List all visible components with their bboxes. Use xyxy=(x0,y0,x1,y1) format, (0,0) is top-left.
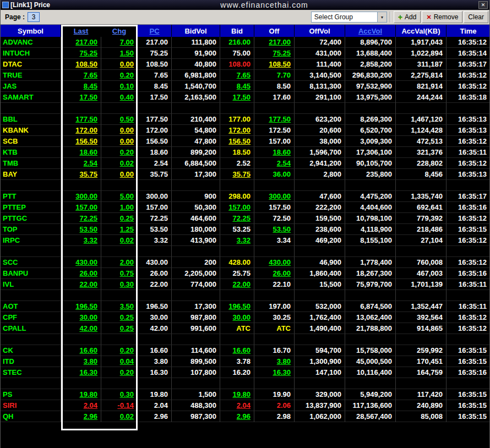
cell-chg: 0.00 xyxy=(101,125,138,136)
empty-cell xyxy=(254,103,295,114)
cell-symbol: PTTEP xyxy=(1,202,61,213)
group-select[interactable]: Select Group ▼ xyxy=(311,12,387,23)
cell-time: 16:35:12 xyxy=(447,81,490,92)
toolbar-separator xyxy=(390,12,391,23)
remove-button[interactable]: ✕ Remove xyxy=(422,11,462,23)
cell-last: 17.50 xyxy=(61,92,101,103)
empty-cell xyxy=(138,290,172,301)
cell-symbol: SCB xyxy=(1,136,61,147)
titlebar: [Link1] Price www.efinancethai.com ✕ xyxy=(1,0,489,10)
cell-accvol: 75,979,700 xyxy=(345,279,396,290)
table-row[interactable]: INTUCH75.251.5075.2591,90075.0075.25431,… xyxy=(1,48,489,59)
table-row[interactable]: BBL177.500.50177.50210,400177.00177.5062… xyxy=(1,114,489,125)
clear-button-label: Clear xyxy=(468,13,484,21)
table-row[interactable]: SAMART17.500.4017.502,163,50017.5017.602… xyxy=(1,92,489,103)
table-row[interactable]: KTB18.600.2018.60899,20018.5018.601,596,… xyxy=(1,147,489,158)
table-row[interactable]: PTTEP157.001.00157.0050,300157.00157.502… xyxy=(1,202,489,213)
column-header-off[interactable]: Off xyxy=(254,25,295,37)
table-row[interactable]: AOT196.503.50196.5017,300196.50197.00532… xyxy=(1,301,489,312)
table-row[interactable]: SIRI2.04-0.142.04488,3002.042.0613,837,9… xyxy=(1,400,489,411)
column-header-accval[interactable]: AccVal(KB) xyxy=(396,25,447,37)
cell-chg: 0.50 xyxy=(101,114,138,125)
cell-symbol: BBL xyxy=(1,114,61,125)
cell-time: 16:35:11 xyxy=(447,279,490,290)
table-row[interactable]: STEC16.300.2016.30107,80016.2016.30147,1… xyxy=(1,367,489,378)
table-row[interactable]: TOP53.501.2553.50180,00053.2553.50238,60… xyxy=(1,224,489,235)
table-row[interactable]: CPALL42.000.2542.00991,600ATCATC1,490,40… xyxy=(1,323,489,334)
column-header-bidvol[interactable]: BidVol xyxy=(172,25,220,37)
column-header-chg[interactable]: Chg xyxy=(101,25,138,37)
cell-offvol: 47,600 xyxy=(295,191,345,202)
empty-cell xyxy=(172,180,220,191)
table-row[interactable]: CPF30.000.2530.00987,80030.0030.251,762,… xyxy=(1,312,489,323)
table-row[interactable]: IVL22.000.3022.00774,00022.0022.1015,500… xyxy=(1,279,489,290)
table-row[interactable]: JAS8.450.108.451,540,7008.458.508,131,30… xyxy=(1,81,489,92)
cell-bidvol: 488,300 xyxy=(172,400,220,411)
table-row[interactable]: BAY35.750.0035.7517,30035.7536.002,80023… xyxy=(1,169,489,180)
table-row[interactable]: BANPU26.000.7526.002,205,00025.7526.001,… xyxy=(1,268,489,279)
clear-button[interactable]: Clear xyxy=(464,11,488,23)
cell-last: 22.00 xyxy=(61,279,101,290)
cell-bidvol: 2,205,000 xyxy=(172,268,220,279)
cell-accval: 692,641 xyxy=(396,202,447,213)
cell-accval: 914,865 xyxy=(396,323,447,334)
column-header-time[interactable]: Time xyxy=(447,25,490,37)
price-table: SymbolLastChgPCBidVolBidOffOffVolAccVolA… xyxy=(1,25,489,448)
table-row[interactable]: CK16.600.2016.60114,60016.6016.70594,700… xyxy=(1,345,489,356)
table-row[interactable]: ITD3.800.043.80899,5003.783.801,300,9004… xyxy=(1,356,489,367)
cell-off: 108.50 xyxy=(254,59,295,70)
table-row[interactable]: IRPC3.320.023.32413,9003.323.34469,2008,… xyxy=(1,235,489,246)
chevron-down-icon[interactable]: ▼ xyxy=(377,12,386,22)
cell-last: 75.25 xyxy=(61,48,101,59)
cell-bid: 22.00 xyxy=(220,279,254,290)
cell-symbol: BAY xyxy=(1,169,61,180)
column-header-accvol[interactable]: AccVol xyxy=(345,25,396,37)
cell-bidvol: 114,600 xyxy=(172,345,220,356)
cell-offvol: 623,200 xyxy=(295,114,345,125)
column-header-pc[interactable]: PC xyxy=(138,25,172,37)
column-header-bid[interactable]: Bid xyxy=(220,25,254,37)
cell-off: 17.60 xyxy=(254,92,295,103)
empty-cell xyxy=(345,378,396,389)
cell-pc: 156.50 xyxy=(138,136,172,147)
table-row[interactable]: KBANK172.000.00172.0054,800172.00172.502… xyxy=(1,125,489,136)
add-button[interactable]: + Add xyxy=(394,11,421,23)
table-row[interactable]: TMB2.540.022.546,884,5002.522.542,941,20… xyxy=(1,158,489,169)
cell-off: 177.50 xyxy=(254,114,295,125)
table-row[interactable]: QH2.960.022.96987,3002.962.981,062,00028… xyxy=(1,411,489,422)
cell-last: 42.00 xyxy=(61,323,101,334)
cell-last: 177.50 xyxy=(61,114,101,125)
cell-accval: 311,187 xyxy=(396,59,447,70)
close-icon[interactable]: ✕ xyxy=(478,1,488,9)
cell-off: 53.50 xyxy=(254,224,295,235)
cell-chg: 0.02 xyxy=(101,235,138,246)
table-row[interactable]: TRUE7.650.207.656,981,8007.657.703,140,5… xyxy=(1,70,489,81)
cell-time: 16:35:16 xyxy=(447,367,490,378)
cell-accvol: 235,800 xyxy=(345,169,396,180)
cell-accvol: 8,896,700 xyxy=(345,37,396,48)
cell-accval: 240,890 xyxy=(396,400,447,411)
cell-bid: 7.65 xyxy=(220,70,254,81)
cell-bidvol: 180,000 xyxy=(172,224,220,235)
table-row[interactable]: SCC430.002.00430.00200428.00430.0046,900… xyxy=(1,257,489,268)
cell-accvol: 21,788,800 xyxy=(345,323,396,334)
cell-accval: 218,486 xyxy=(396,224,447,235)
cell-chg: 0.30 xyxy=(101,389,138,400)
table-row[interactable]: DTAC108.500.00108.5040,800108.00108.5011… xyxy=(1,59,489,70)
table-row[interactable]: PS19.800.3019.801,50019.8019.90329,0005,… xyxy=(1,389,489,400)
spacer-row xyxy=(1,290,489,301)
page-number-input[interactable]: 3 xyxy=(28,12,40,22)
table-row[interactable]: SCB156.500.00156.5047,800156.50157.0038,… xyxy=(1,136,489,147)
cell-chg: 0.20 xyxy=(101,147,138,158)
cell-offvol: 594,700 xyxy=(295,345,345,356)
empty-cell xyxy=(138,378,172,389)
column-header-symbol[interactable]: Symbol xyxy=(1,25,61,37)
table-row[interactable]: PTTGC72.250.2572.25464,60072.2572.50159,… xyxy=(1,213,489,224)
cell-accvol: 6,520,700 xyxy=(345,125,396,136)
column-header-offvol[interactable]: OffVol xyxy=(295,25,345,37)
table-row[interactable]: PTT300.005.00300.00900298.00300.0047,600… xyxy=(1,191,489,202)
column-header-last[interactable]: Last xyxy=(61,25,101,37)
cell-off: 2.06 xyxy=(254,400,295,411)
table-row[interactable]: ADVANC217.007.00217.00111,800216.00217.0… xyxy=(1,37,489,48)
empty-cell xyxy=(101,246,138,257)
